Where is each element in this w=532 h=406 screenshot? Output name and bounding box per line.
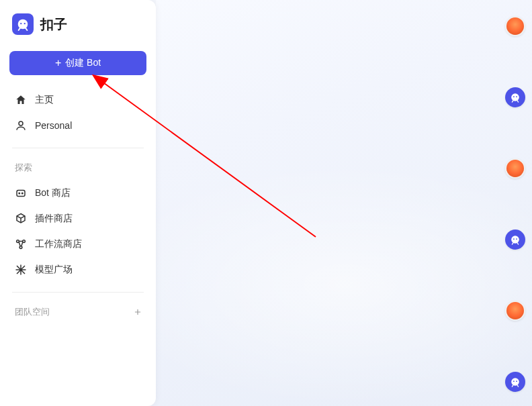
nav-workflow-store[interactable]: 工作流商店 <box>9 232 146 257</box>
model-plaza-icon <box>15 264 27 276</box>
svg-point-11 <box>513 96 515 97</box>
avatar-user-2[interactable] <box>505 158 525 179</box>
divider <box>12 292 144 293</box>
svg-point-16 <box>511 378 519 386</box>
svg-point-1 <box>20 23 21 24</box>
right-avatar-column <box>505 16 525 392</box>
nav-plugin-store-label: 插件商店 <box>35 213 73 225</box>
avatar-bot-2[interactable] <box>505 230 525 250</box>
svg-point-14 <box>513 238 515 240</box>
nav-home[interactable]: 主页 <box>9 87 146 113</box>
sidebar: 扣子 + 创建 Bot 主页 Personal 探索 Bot 商店 <box>0 0 156 406</box>
workflow-icon <box>15 238 27 250</box>
app-logo-icon <box>12 13 34 35</box>
create-bot-label: 创建 Bot <box>65 57 101 69</box>
svg-point-3 <box>19 121 23 125</box>
svg-point-10 <box>511 93 519 101</box>
nav-plugin-store[interactable]: 插件商店 <box>9 206 146 232</box>
home-icon <box>15 94 27 106</box>
main-content-area <box>156 0 532 406</box>
person-icon <box>15 119 27 132</box>
svg-rect-4 <box>17 191 25 197</box>
svg-point-15 <box>516 238 517 240</box>
create-bot-button[interactable]: + 创建 Bot <box>9 51 146 75</box>
avatar-user-3[interactable] <box>505 301 525 321</box>
nav-model-plaza-label: 模型广场 <box>35 264 73 276</box>
app-logo-row: 扣子 <box>9 13 146 35</box>
add-team-button[interactable] <box>132 306 144 318</box>
explore-section-title: 探索 <box>9 158 146 181</box>
nav-primary: 主页 Personal <box>9 87 146 138</box>
nav-bot-store[interactable]: Bot 商店 <box>9 181 146 206</box>
avatar-bot-3[interactable] <box>505 372 525 392</box>
svg-point-2 <box>24 23 26 24</box>
team-space-header: 团队空间 <box>9 302 146 322</box>
svg-point-5 <box>19 193 20 194</box>
divider <box>12 148 144 148</box>
nav-model-plaza[interactable]: 模型广场 <box>9 257 146 283</box>
nav-home-label: 主页 <box>35 94 54 106</box>
avatar-bot-1[interactable] <box>505 87 525 107</box>
avatar-user-1[interactable] <box>505 16 525 36</box>
svg-point-17 <box>513 380 515 382</box>
svg-point-18 <box>516 380 517 382</box>
svg-point-12 <box>516 96 517 97</box>
nav-personal-label: Personal <box>35 120 72 131</box>
cube-icon <box>15 213 27 225</box>
svg-point-6 <box>22 193 24 194</box>
nav-explore: Bot 商店 插件商店 工作流商店 模型广场 <box>9 181 146 283</box>
svg-point-13 <box>511 236 519 244</box>
svg-point-0 <box>18 19 28 30</box>
nav-bot-store-label: Bot 商店 <box>35 187 71 199</box>
nav-personal[interactable]: Personal <box>9 113 146 138</box>
svg-point-9 <box>19 246 22 249</box>
team-space-title: 团队空间 <box>15 306 50 318</box>
nav-workflow-store-label: 工作流商店 <box>35 238 82 250</box>
bot-store-icon <box>15 187 27 199</box>
app-name: 扣子 <box>40 15 67 34</box>
plus-icon: + <box>55 58 61 68</box>
